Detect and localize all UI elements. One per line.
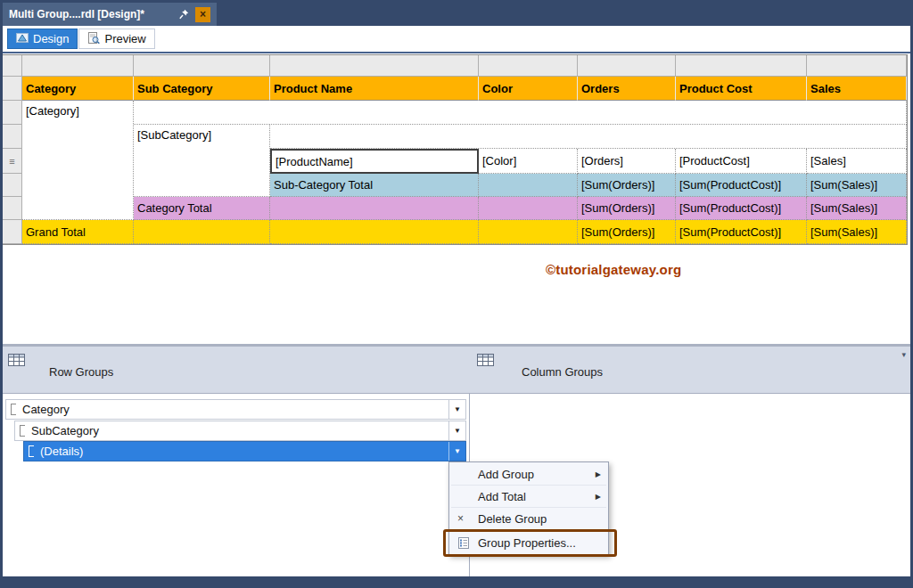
- row-group-label: (Details): [40, 445, 448, 458]
- app-window: Multi Group....rdl [Design]* × Design Pr…: [0, 0, 913, 588]
- submenu-arrow-icon: ▶: [596, 493, 601, 501]
- cell-sum-product-cost[interactable]: [Sum(ProductCost)]: [676, 220, 807, 244]
- document-tab-title: Multi Group....rdl [Design]*: [9, 8, 173, 20]
- column-handle[interactable]: [676, 55, 807, 77]
- delete-x-icon: ×: [457, 512, 464, 525]
- cell-grand-total-empty[interactable]: [479, 220, 578, 244]
- cell-subcategory-row-empty[interactable]: [270, 125, 907, 149]
- preview-label: Preview: [104, 32, 145, 45]
- row-handle[interactable]: [3, 197, 22, 220]
- row-group-item-subcategory[interactable]: SubCategory ▼: [14, 421, 466, 441]
- design-icon: [16, 32, 29, 46]
- column-handle[interactable]: [134, 55, 270, 77]
- grouping-pane: Row Groups Column Groups ▾ Category ▼ Su…: [3, 347, 910, 576]
- cell-sum-orders[interactable]: [Sum(Orders)]: [578, 174, 676, 197]
- menu-item-label: Delete Group: [478, 512, 547, 526]
- header-sub-category[interactable]: Sub Category: [134, 77, 270, 101]
- group-dropdown-icon[interactable]: ▼: [448, 400, 465, 419]
- column-handle[interactable]: [807, 55, 907, 77]
- cell-sum-orders[interactable]: [Sum(Orders)]: [578, 220, 676, 244]
- tablix-corner-handle[interactable]: [3, 55, 22, 77]
- close-icon[interactable]: ×: [195, 7, 210, 22]
- row-handle-detail[interactable]: ≡: [3, 149, 22, 174]
- cell-subcategory-total-label[interactable]: Sub-Category Total: [270, 174, 479, 197]
- header-color[interactable]: Color: [479, 77, 578, 101]
- cell-product-cost[interactable]: [ProductCost]: [676, 149, 807, 174]
- document-tab[interactable]: Multi Group....rdl [Design]* ×: [3, 3, 217, 26]
- row-groups-list: Category ▼ SubCategory ▼ (Details) ▼: [3, 393, 469, 577]
- row-handle[interactable]: [3, 220, 22, 244]
- cell-category-total-empty[interactable]: [270, 197, 479, 220]
- row-handle[interactable]: [3, 174, 22, 197]
- report-tablix: ≡ Category Sub Category Product Name Col…: [3, 55, 907, 244]
- row-handle[interactable]: [3, 77, 22, 101]
- cell-category-total-label[interactable]: Category Total: [134, 197, 270, 220]
- header-product-cost[interactable]: Product Cost: [676, 77, 807, 101]
- preview-icon: [87, 32, 100, 46]
- header-orders[interactable]: Orders: [578, 77, 676, 101]
- menu-item-label: Add Group: [478, 468, 534, 481]
- cell-sum-orders[interactable]: [Sum(Orders)]: [578, 197, 676, 220]
- cell-grand-total-empty[interactable]: [270, 220, 479, 244]
- design-tab-button[interactable]: Design: [7, 29, 78, 49]
- header-product-name[interactable]: Product Name: [270, 77, 479, 101]
- column-groups-title: Column Groups: [522, 365, 603, 379]
- row-group-label: SubCategory: [31, 424, 448, 437]
- row-group-label: Category: [22, 403, 448, 416]
- design-label: Design: [33, 32, 69, 45]
- cell-sales[interactable]: [Sales]: [807, 149, 907, 174]
- cell-subcategory[interactable]: [SubCategory]: [134, 125, 270, 197]
- cell-category[interactable]: [Category]: [22, 101, 134, 220]
- watermark-text: ©tutorialgateway.org: [546, 262, 681, 277]
- cell-sum-sales[interactable]: [Sum(Sales)]: [807, 220, 907, 244]
- menu-item-group-properties[interactable]: Group Properties...: [449, 532, 608, 553]
- detail-row-icon: ≡: [9, 156, 14, 167]
- column-handle[interactable]: [22, 55, 134, 77]
- row-groups-grid-icon: [8, 354, 25, 370]
- group-dropdown-icon[interactable]: ▼: [448, 442, 465, 461]
- cell-sum-sales[interactable]: [Sum(Sales)]: [807, 174, 907, 197]
- column-handle[interactable]: [479, 55, 578, 77]
- cell-product-name[interactable]: [ProductName]: [270, 149, 479, 174]
- menu-item-label: Group Properties...: [478, 536, 576, 550]
- cell-color[interactable]: [Color]: [479, 149, 578, 174]
- row-handle[interactable]: [3, 101, 22, 125]
- pane-options-chevron-icon[interactable]: ▾: [901, 350, 906, 359]
- column-handle[interactable]: [270, 55, 479, 77]
- column-handle[interactable]: [578, 55, 676, 77]
- menu-item-delete-group[interactable]: × Delete Group: [449, 508, 608, 529]
- cell-category-row-empty[interactable]: [134, 101, 907, 125]
- submenu-arrow-icon: ▶: [596, 470, 601, 478]
- group-bracket-icon: [11, 404, 16, 415]
- cell-sum-sales[interactable]: [Sum(Sales)]: [807, 197, 907, 220]
- row-groups-title: Row Groups: [49, 365, 113, 379]
- cell-sum-product-cost[interactable]: [Sum(ProductCost)]: [676, 174, 807, 197]
- menu-separator: [451, 530, 606, 531]
- menu-item-add-group[interactable]: Add Group ▶: [449, 463, 608, 485]
- window-frame-left: [0, 0, 3, 588]
- cell-category-total-empty[interactable]: [479, 197, 578, 220]
- column-groups-grid-icon: [477, 354, 494, 370]
- row-handle[interactable]: [3, 125, 22, 149]
- row-group-item-details[interactable]: (Details) ▼: [23, 441, 466, 461]
- menu-item-add-total[interactable]: Add Total ▶: [449, 486, 608, 507]
- header-sales[interactable]: Sales: [807, 77, 907, 101]
- view-toolbar: Design Preview: [3, 26, 913, 53]
- cell-subcategory-total-empty[interactable]: [479, 174, 578, 197]
- menu-item-label: Add Total: [478, 490, 526, 503]
- group-dropdown-icon[interactable]: ▼: [448, 421, 465, 440]
- header-category[interactable]: Category: [22, 77, 134, 101]
- status-bar: [0, 576, 913, 588]
- cell-grand-total-empty[interactable]: [134, 220, 270, 244]
- cell-grand-total-label[interactable]: Grand Total: [22, 220, 134, 244]
- cell-sum-product-cost[interactable]: [Sum(ProductCost)]: [676, 197, 807, 220]
- cell-orders[interactable]: [Orders]: [578, 149, 676, 174]
- group-properties-icon: [457, 537, 470, 549]
- document-tab-bar: Multi Group....rdl [Design]* ×: [0, 0, 913, 26]
- group-context-menu: Add Group ▶ Add Total ▶ × Delete Group G…: [448, 461, 609, 555]
- group-bracket-icon: [20, 425, 25, 437]
- design-surface: ≡ Category Sub Category Product Name Col…: [3, 53, 910, 344]
- row-group-item-category[interactable]: Category ▼: [5, 399, 466, 420]
- preview-tab-button[interactable]: Preview: [78, 29, 154, 49]
- pin-icon[interactable]: [179, 9, 189, 20]
